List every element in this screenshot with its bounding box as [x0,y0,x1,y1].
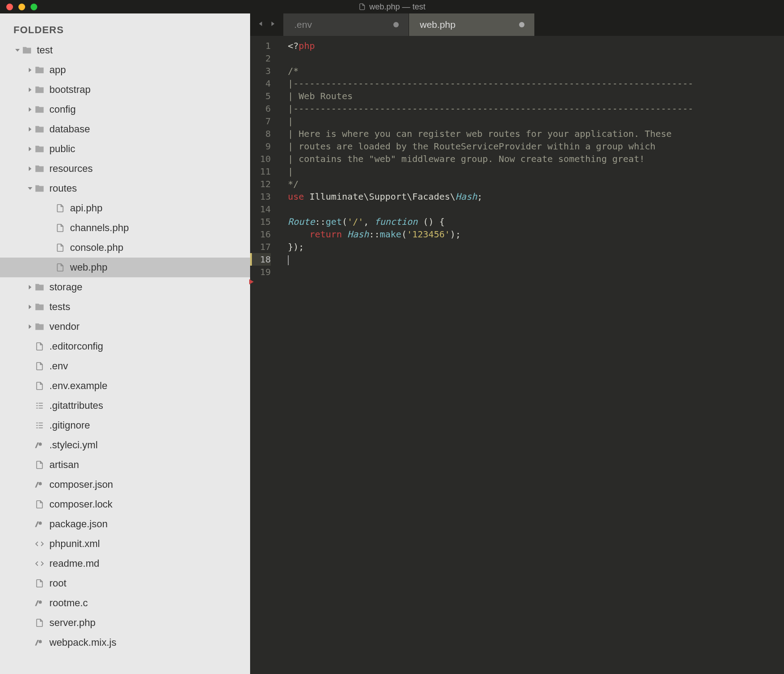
file-icon: /* [34,598,45,608]
tree-item-label: webpack.mix.js [49,637,250,648]
code-line[interactable] [288,52,784,65]
tree-item-label: console.php [70,242,250,254]
tree-item-console.php[interactable]: console.php [0,238,250,258]
tab-label: web.php [420,19,455,30]
tree-item-server.php[interactable]: server.php [0,613,250,633]
tree-item-composer.lock[interactable]: composer.lock [0,495,250,514]
code-line[interactable]: Route::get('/', function () { [288,215,784,228]
code-line[interactable] [288,266,784,278]
code-line[interactable]: <?php [288,39,784,52]
tab-web.php[interactable]: web.php [409,13,535,36]
file-icon [34,578,45,589]
tree-item-public[interactable]: public [0,139,250,159]
tree-item-.gitattributes[interactable]: .gitattributes [0,396,250,416]
tree-item-bootstrap[interactable]: bootstrap [0,80,250,100]
chevron-right-icon[interactable] [26,146,34,152]
tree-item-label: .env [49,360,250,372]
tree-item-artisan[interactable]: artisan [0,455,250,475]
tree-item-routes[interactable]: routes [0,179,250,198]
tree-item-.styleci.yml[interactable]: /*.styleci.yml [0,435,250,455]
tab-modified-indicator[interactable] [519,22,524,27]
line-number: 2 [250,52,271,65]
tree-item-web.php[interactable]: web.php [0,258,250,277]
chevron-right-icon[interactable] [26,67,34,73]
tree-item-rootme.c[interactable]: /*rootme.c [0,593,250,613]
code-line[interactable]: | Web Routes [288,90,784,102]
code-editor[interactable]: 12345678910111213141516171819 <?php/*|--… [250,36,784,674]
file-icon [34,499,45,510]
tree-item-label: rootme.c [49,597,250,609]
tree-item-webpack.mix.js[interactable]: /*webpack.mix.js [0,633,250,652]
tree-item-label: package.json [49,518,250,530]
code-line[interactable]: |---------------------------------------… [288,77,784,90]
code-line[interactable]: /* [288,65,784,77]
tree-item-package.json[interactable]: /*package.json [0,514,250,534]
tree-item-.env.example[interactable]: .env.example [0,376,250,396]
folder-icon [34,163,45,174]
tree-item-channels.php[interactable]: channels.php [0,218,250,238]
code-line[interactable] [288,253,784,266]
traffic-lights [0,4,37,10]
chevron-down-icon[interactable] [13,48,22,53]
line-number: 4 [250,77,271,90]
tree-item-label: .styleci.yml [49,439,250,451]
code-content[interactable]: <?php/*|--------------------------------… [279,36,784,674]
code-line[interactable]: | [288,165,784,178]
tree-item-readme.md[interactable]: readme.md [0,554,250,573]
window-maximize-button[interactable] [31,4,37,10]
tree-item-label: web.php [70,262,250,273]
chevron-right-icon[interactable] [26,127,34,132]
tree-item-.editorconfig[interactable]: .editorconfig [0,337,250,356]
code-line[interactable]: return Hash::make('123456'); [288,228,784,241]
chevron-down-icon[interactable] [26,186,34,191]
tab-.env[interactable]: .env [283,13,409,36]
tree-item-.env[interactable]: .env [0,356,250,376]
tree-item-root[interactable]: root [0,573,250,593]
code-line[interactable]: | contains the "web" middleware group. N… [288,153,784,165]
line-number: 15 [250,215,271,228]
code-line[interactable]: }); [288,241,784,253]
folder-icon [34,321,45,332]
tree-item-label: .editorconfig [49,341,250,352]
file-icon [34,617,45,628]
chevron-right-icon[interactable] [26,107,34,112]
tree-item-tests[interactable]: tests [0,297,250,317]
tree-item-label: vendor [49,321,250,333]
nav-arrows [250,13,283,36]
nav-back-icon[interactable] [256,19,265,30]
tree-item-resources[interactable]: resources [0,159,250,179]
tree-item-label: composer.lock [49,499,250,510]
code-line[interactable]: | [288,115,784,127]
chevron-right-icon[interactable] [26,284,34,290]
tree-item-composer.json[interactable]: /*composer.json [0,475,250,495]
tree-item-config[interactable]: config [0,100,250,119]
file-icon [34,460,45,470]
tree-item-phpunit.xml[interactable]: phpunit.xml [0,534,250,554]
code-line[interactable]: */ [288,178,784,190]
chevron-right-icon[interactable] [26,166,34,171]
code-line[interactable]: |---------------------------------------… [288,102,784,115]
code-line[interactable]: use Illuminate\Support\Facades\Hash; [288,190,784,203]
tree-item-test[interactable]: test [0,40,250,60]
code-line[interactable]: | routes are loaded by the RouteServiceP… [288,140,784,153]
tab-modified-indicator[interactable] [393,22,399,27]
code-line[interactable] [288,203,784,215]
chevron-right-icon[interactable] [26,324,34,329]
chevron-right-icon[interactable] [26,304,34,310]
window-close-button[interactable] [6,4,13,10]
tree-item-.gitignore[interactable]: .gitignore [0,416,250,435]
file-icon: /* [34,479,45,490]
tree-item-app[interactable]: app [0,60,250,80]
line-number: 9 [250,140,271,153]
chevron-right-icon[interactable] [26,87,34,92]
line-number: 8 [250,127,271,140]
code-line[interactable]: | Here is where you can register web rou… [288,127,784,140]
window-minimize-button[interactable] [18,4,25,10]
tree-item-vendor[interactable]: vendor [0,317,250,337]
tree-item-database[interactable]: database [0,119,250,139]
line-number: 16 [250,228,271,241]
nav-forward-icon[interactable] [268,19,277,30]
tree-item-api.php[interactable]: api.php [0,198,250,218]
tree-item-label: app [49,64,250,76]
tree-item-storage[interactable]: storage [0,277,250,297]
